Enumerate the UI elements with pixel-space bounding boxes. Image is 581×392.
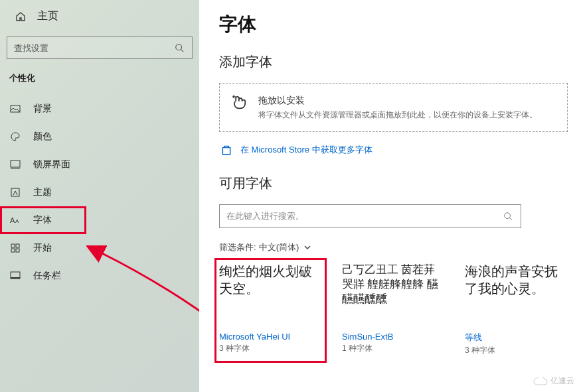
filter-row[interactable]: 筛选条件: 中文(简体): [219, 241, 568, 253]
svg-rect-5: [11, 188, 19, 196]
nav-label: 颜色: [33, 131, 52, 143]
svg-rect-3: [11, 161, 20, 167]
drop-desc: 将字体文件从文件资源管理器或桌面拖放到此处，以便在你的设备上安装字体。: [258, 110, 537, 119]
font-card[interactable]: 己丂乙丑工 茵茬荓哭牂 艎艖艂艎艂 醼醼醼醺醺 SimSun-ExtB 1 种字…: [342, 263, 445, 358]
nav-label: 主题: [33, 186, 52, 198]
home-icon: [15, 11, 27, 23]
search-icon: [502, 210, 514, 222]
picture-icon: [9, 103, 21, 115]
filter-value: 中文(简体): [259, 241, 299, 253]
search-icon: [173, 42, 185, 54]
font-preview: 己丂乙丑工 茵茬荓哭牂 艎艖艂艎艂 醼醼醼醺醺: [342, 263, 445, 328]
home-link[interactable]: 主页: [7, 5, 199, 27]
font-count: 3 种字体: [219, 343, 322, 354]
lockscreen-icon: [9, 159, 21, 170]
svg-text:A: A: [15, 218, 19, 224]
font-drop-zone[interactable]: 拖放以安装 将字体文件从文件资源管理器或桌面拖放到此处，以便在你的设备上安装字体…: [219, 83, 568, 132]
chevron-down-icon: [301, 241, 313, 253]
theme-icon: [9, 186, 21, 198]
store-icon: [220, 144, 232, 156]
drop-zone-text: 拖放以安装 将字体文件从文件资源管理器或桌面拖放到此处，以便在你的设备上安装字体…: [258, 93, 537, 122]
sidebar-item-fonts[interactable]: AA 字体: [0, 206, 86, 234]
drop-title: 拖放以安装: [258, 93, 537, 107]
sidebar-item-lockscreen[interactable]: 锁屏界面: [0, 151, 199, 178]
filter-label: 筛选条件:: [219, 241, 256, 253]
font-cards: 绚烂的烟火划破天空。 Microsoft YaHei UI 3 种字体 己丂乙丑…: [219, 263, 568, 358]
svg-point-14: [505, 212, 511, 218]
page-title: 字体: [219, 12, 568, 37]
store-link-text[interactable]: 在 Microsoft Store 中获取更多字体: [240, 144, 373, 156]
nav-label: 锁屏界面: [33, 159, 70, 170]
nav-label: 字体: [33, 214, 52, 226]
watermark-text: 亿速云: [550, 375, 574, 387]
svg-line-1: [181, 50, 184, 52]
svg-text:A: A: [10, 216, 15, 224]
font-preview: 海浪的声音安抚了我的心灵。: [465, 263, 568, 328]
store-link-row[interactable]: 在 Microsoft Store 中获取更多字体: [220, 144, 568, 156]
add-fonts-heading: 添加字体: [219, 53, 568, 71]
font-name: 等线: [465, 332, 568, 344]
nav-label: 背景: [33, 103, 52, 115]
sidebar-item-colors[interactable]: 颜色: [0, 123, 199, 151]
settings-search[interactable]: [7, 36, 193, 59]
settings-search-input[interactable]: [14, 43, 173, 53]
font-card[interactable]: 海浪的声音安抚了我的心灵。 等线 3 种字体: [465, 263, 568, 358]
drag-hand-icon: [230, 93, 249, 111]
sidebar-item-taskbar[interactable]: 任务栏: [0, 262, 199, 290]
home-label: 主页: [37, 9, 58, 23]
available-fonts-heading: 可用字体: [219, 174, 568, 192]
svg-line-15: [510, 218, 513, 220]
nav-label: 开始: [33, 242, 52, 254]
font-preview: 绚烂的烟火划破天空。: [219, 263, 322, 328]
sidebar: 主页 个性化 背景 颜色 锁屏界面 主题 AA 字体 开始 任务栏: [0, 0, 199, 392]
watermark: 亿速云: [533, 375, 574, 387]
main-content: 字体 添加字体 拖放以安装 将字体文件从文件资源管理器或桌面拖放到此处，以便在你…: [199, 0, 581, 392]
font-count: 1 种字体: [342, 343, 445, 354]
taskbar-icon: [9, 270, 21, 282]
font-search-input[interactable]: [226, 211, 502, 221]
nav-label: 任务栏: [33, 270, 61, 282]
svg-point-0: [176, 44, 182, 50]
svg-rect-13: [11, 277, 20, 279]
svg-rect-9: [16, 244, 19, 247]
font-count: 3 种字体: [465, 345, 568, 356]
svg-rect-8: [11, 244, 15, 247]
palette-icon: [9, 131, 21, 143]
sidebar-item-start[interactable]: 开始: [0, 234, 199, 262]
font-search-box[interactable]: [219, 204, 521, 228]
sidebar-item-themes[interactable]: 主题: [0, 178, 199, 206]
font-card[interactable]: 绚烂的烟火划破天空。 Microsoft YaHei UI 3 种字体: [219, 263, 322, 358]
font-icon: AA: [9, 214, 21, 226]
sidebar-section: 个性化: [9, 72, 199, 84]
svg-rect-10: [11, 249, 15, 252]
svg-rect-11: [16, 249, 19, 252]
font-name: Microsoft YaHei UI: [219, 332, 322, 342]
sidebar-item-background[interactable]: 背景: [0, 95, 199, 123]
font-name: SimSun-ExtB: [342, 332, 445, 342]
start-icon: [9, 242, 21, 254]
